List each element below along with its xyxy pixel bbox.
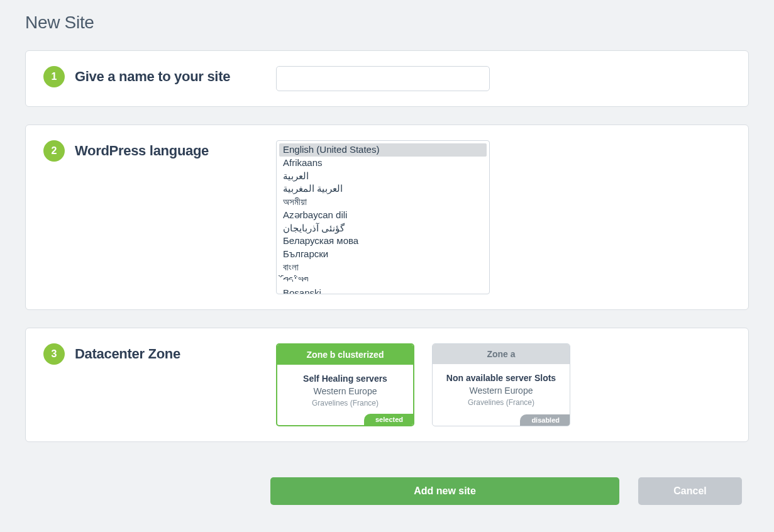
step-badge-2: 2 (43, 140, 65, 162)
site-name-input[interactable] (276, 66, 490, 91)
step-title-name: Give a name to your site (75, 69, 230, 85)
language-option[interactable]: العربية (279, 170, 487, 183)
zone-card-region: Western Europe (438, 385, 565, 396)
zone-card-subtitle: Self Healing servers (282, 374, 408, 384)
step-card-name: 1 Give a name to your site (25, 50, 749, 107)
zone-card-location: Gravelines (France) (438, 398, 565, 407)
language-option[interactable]: བོད་ཡིག (279, 274, 487, 287)
language-option[interactable]: অসমীয়া (279, 196, 487, 209)
language-option[interactable]: العربية المغربية (279, 182, 487, 196)
zone-card-header: Zone b clusterized (277, 345, 413, 365)
language-option[interactable]: Afrikaans (279, 157, 487, 170)
zone-card-tag: disabled (520, 414, 570, 426)
zone-card[interactable]: Zone b clusterizedSelf Healing serversWe… (276, 343, 414, 426)
footer-actions: Add new site Cancel (270, 477, 749, 505)
language-select[interactable]: English (United States)Afrikaansالعربيةا… (276, 140, 490, 294)
language-option[interactable]: Bosanski (279, 287, 487, 294)
language-option[interactable]: English (United States) (279, 143, 487, 157)
step-title-language: WordPress language (75, 143, 209, 159)
language-option[interactable]: Беларуская мова (279, 235, 487, 248)
add-new-site-button[interactable]: Add new site (270, 477, 619, 505)
zone-card-tag: selected (364, 414, 413, 425)
zone-card-region: Western Europe (282, 386, 408, 396)
zone-card: Zone aNon available server SlotsWestern … (432, 343, 570, 426)
step-card-language: 2 WordPress language English (United Sta… (25, 125, 749, 310)
zone-card-header: Zone a (433, 344, 570, 364)
zone-card-subtitle: Non available server Slots (438, 373, 565, 383)
step-badge-1: 1 (43, 66, 65, 87)
step-badge-3: 3 (43, 343, 65, 365)
language-option[interactable]: گؤنئی آذربایجان (279, 222, 487, 235)
zone-card-location: Gravelines (France) (282, 399, 408, 407)
language-option[interactable]: Azərbaycan dili (279, 209, 487, 222)
cancel-button[interactable]: Cancel (638, 477, 742, 505)
language-option[interactable]: Български (279, 248, 487, 261)
step-title-zone: Datacenter Zone (75, 346, 180, 362)
language-option[interactable]: বাংলা (279, 261, 487, 274)
step-card-zone: 3 Datacenter Zone Zone b clusterizedSelf… (25, 328, 749, 442)
page-title: New Site (25, 13, 749, 33)
